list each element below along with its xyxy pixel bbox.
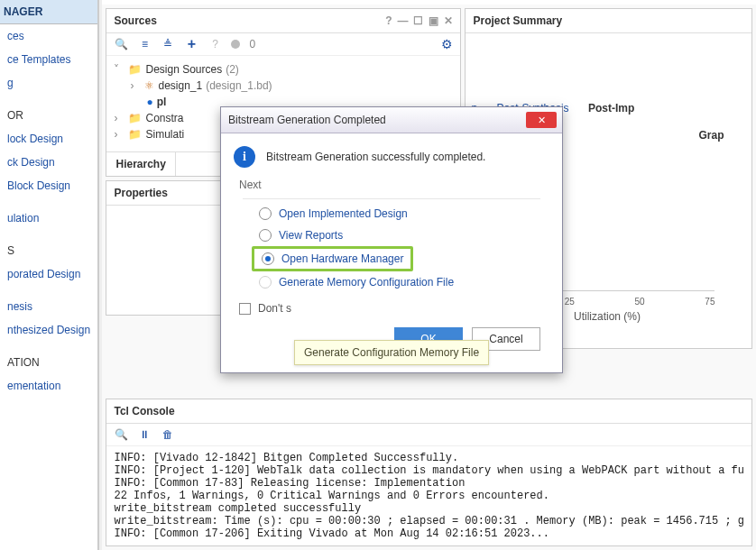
tree-simulation[interactable]: Simulati (145, 128, 184, 141)
close-icon[interactable]: ✕ (526, 112, 557, 128)
tcl-console-panel: Tcl Console 🔍 ⏸ 🗑 INFO: [Vivado 12-1842]… (106, 399, 752, 546)
tcl-console-title: Tcl Console (114, 405, 174, 417)
dialog-message: Bitstream Generation successfully comple… (266, 151, 485, 163)
tree-design1[interactable]: design_1 (158, 79, 202, 92)
radio-label: Open Hardware Manager (281, 252, 403, 265)
add-icon[interactable]: + (184, 37, 198, 51)
radio-label: View Reports (279, 229, 343, 242)
gear-icon[interactable]: ⚙ (441, 37, 453, 51)
leftnav-section: S (0, 239, 97, 262)
sources-title: Sources (114, 14, 156, 27)
collapse-all-icon[interactable]: ≡ (137, 37, 152, 51)
status-dot-icon (231, 40, 240, 49)
leftnav-section: ATION (0, 351, 97, 374)
pause-icon[interactable]: ⏸ (137, 427, 152, 442)
bitstream-dialog: Bitstream Generation Completed ✕ i Bitst… (220, 106, 563, 373)
radio-view-reports[interactable]: View Reports (234, 225, 549, 246)
leftnav-item[interactable]: ck Design (0, 151, 97, 174)
tab-hierarchy[interactable]: Hierarchy (106, 152, 175, 176)
minimize-icon[interactable]: — (397, 14, 408, 27)
leftnav-item[interactable]: Block Design (0, 174, 97, 197)
info-icon[interactable]: ? (207, 37, 222, 51)
tcl-log-output[interactable]: INFO: [Vivado 12-1842] Bitgen Completed … (106, 446, 751, 545)
sources-badge: 0 (249, 38, 255, 50)
tree-constraints[interactable]: Constra (145, 112, 183, 124)
radio-label: Open Implemented Design (279, 207, 408, 220)
leftnav-header: NAGER (0, 0, 97, 24)
summary-tab-post-impl[interactable]: Post-Imp (588, 102, 634, 115)
leftnav-item[interactable]: lock Design (0, 127, 97, 151)
dialog-title: Bitstream Generation Completed (228, 114, 386, 126)
close-icon[interactable]: ✕ (444, 14, 453, 27)
project-summary-title: Project Summary (473, 14, 562, 27)
restore-icon[interactable]: ▣ (429, 14, 438, 27)
checkbox-label: Don't s (258, 302, 291, 315)
left-nav-panel: NAGER ces ce Templates g OR lock Design … (0, 0, 98, 550)
chart-title: Grap (698, 129, 724, 142)
search-icon[interactable]: 🔍 (114, 37, 128, 51)
leftnav-section: OR (0, 104, 97, 127)
radio-generate-memory-config[interactable]: Generate Memory Configuration File (234, 271, 549, 293)
leftnav-item[interactable]: ces (0, 24, 97, 48)
leftnav-item[interactable]: nesis (0, 295, 97, 318)
leftnav-item[interactable]: ementation (0, 374, 97, 398)
tree-pl[interactable]: pl (157, 96, 167, 108)
expand-all-icon[interactable]: ≜ (161, 37, 175, 51)
search-icon[interactable]: 🔍 (114, 427, 128, 442)
tooltip-generate-config-memory: Generate Configuration Memory File (294, 340, 489, 365)
tree-design-sources[interactable]: Design Sources (145, 63, 222, 76)
radio-open-hardware-manager[interactable]: Open Hardware Manager (252, 246, 413, 271)
checkbox-dont-show[interactable]: Don't s (234, 293, 549, 315)
maximize-icon[interactable]: ☐ (413, 14, 423, 27)
leftnav-item[interactable]: porated Design (0, 262, 97, 286)
leftnav-item[interactable]: nthesized Design (0, 318, 97, 342)
clear-icon[interactable]: 🗑 (161, 427, 175, 442)
radio-label: Generate Memory Configuration File (279, 276, 454, 289)
help-icon[interactable]: ? (385, 14, 392, 27)
properties-title: Properties (114, 187, 167, 199)
dialog-section-next: Next (239, 179, 549, 191)
info-icon: i (234, 146, 255, 168)
leftnav-item[interactable]: g (0, 71, 97, 95)
radio-open-implemented[interactable]: Open Implemented Design (234, 203, 549, 225)
leftnav-item[interactable]: ulation (0, 206, 97, 230)
leftnav-item[interactable]: ce Templates (0, 48, 97, 71)
